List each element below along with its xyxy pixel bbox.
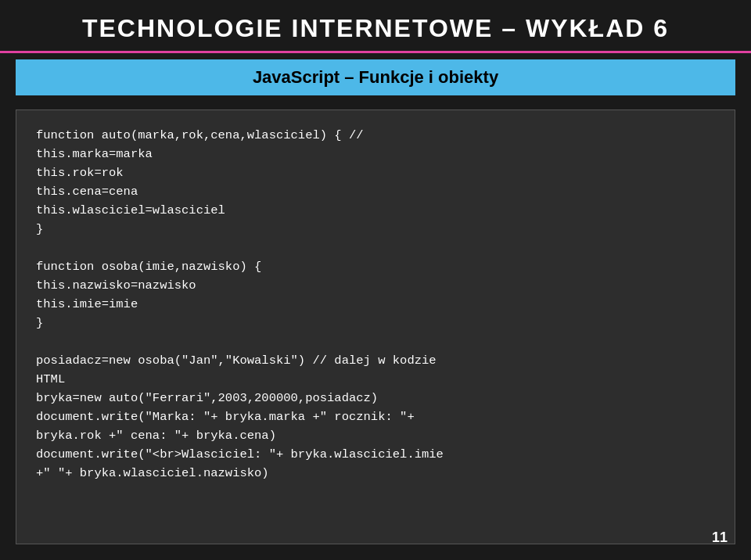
subtitle-bar: JavaScript – Funkcje i obiekty [16,59,735,95]
main-title: TECHNOLOGIE INTERNETOWE – WYKŁAD 6 [16,14,735,43]
header: TECHNOLOGIE INTERNETOWE – WYKŁAD 6 [0,0,751,53]
subtitle: JavaScript – Funkcje i obiekty [31,67,720,88]
code-block: function auto(marka,rok,cena,wlasciciel)… [36,126,715,483]
page-number: 11 [712,529,728,546]
code-area: function auto(marka,rok,cena,wlasciciel)… [16,109,735,544]
slide: TECHNOLOGIE INTERNETOWE – WYKŁAD 6 JavaS… [0,0,751,560]
